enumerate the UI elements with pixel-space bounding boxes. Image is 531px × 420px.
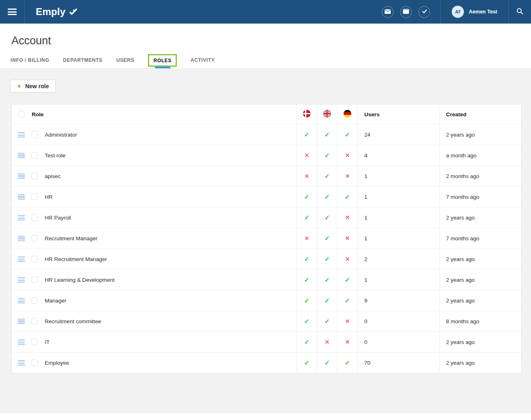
page-header: Account INFO / BILLING DEPARTMENTS USERS…	[0, 24, 531, 69]
check-mark-icon: ✓	[304, 214, 309, 222]
english-enabled-mark: ✓	[317, 353, 337, 373]
german-enabled-mark: ✓	[337, 124, 357, 145]
role-cell: Test role	[12, 145, 296, 165]
tab-roles[interactable]: ROLES	[148, 52, 176, 68]
drag-handle-icon[interactable]	[18, 298, 25, 303]
role-name[interactable]: HR Recruitment Manager	[45, 256, 107, 262]
table-row: IT ✓ ✕ ✕ 0 2 years ago	[12, 331, 521, 352]
select-all-checkbox[interactable]	[18, 111, 24, 118]
table-row: Administrator ✓ ✓ ✓ 24 2 years ago	[12, 124, 521, 145]
drag-handle-icon[interactable]	[18, 339, 25, 345]
row-checkbox[interactable]	[31, 235, 38, 242]
drag-handle-icon[interactable]	[18, 319, 25, 324]
tab-departments[interactable]: DEPARTMENTS	[63, 52, 102, 68]
drag-handle-icon[interactable]	[18, 174, 25, 179]
role-name[interactable]: HR Learning & Development	[45, 277, 115, 283]
german-flag-icon	[344, 110, 351, 119]
roles-table: Role	[11, 104, 522, 373]
check-mark-icon: ✓	[324, 276, 330, 284]
role-name[interactable]: HR Payroll	[45, 215, 71, 221]
user-menu[interactable]: AT Aemen Test	[441, 0, 508, 24]
users-count: 1	[357, 228, 440, 248]
check-mark-icon: ✓	[324, 359, 330, 367]
hamburger-menu-button[interactable]	[0, 0, 25, 24]
german-enabled-mark: ✕	[337, 311, 357, 331]
role-name[interactable]: IT	[45, 339, 50, 345]
row-checkbox[interactable]	[31, 339, 38, 345]
danish-flag-header	[296, 104, 317, 124]
role-name[interactable]: Administrator	[45, 132, 77, 138]
calendar-icon	[403, 8, 409, 15]
row-checkbox[interactable]	[31, 256, 38, 262]
users-count: 4	[357, 145, 440, 165]
row-checkbox[interactable]	[31, 318, 38, 324]
drag-handle-icon[interactable]	[18, 153, 25, 158]
messages-button[interactable]	[382, 6, 394, 18]
danish-enabled-mark: ✕	[296, 145, 317, 165]
calendar-button[interactable]	[400, 6, 412, 18]
row-checkbox[interactable]	[31, 359, 38, 366]
drag-handle-icon[interactable]	[18, 132, 25, 137]
row-checkbox[interactable]	[31, 131, 38, 138]
created-date: 2 years ago	[440, 270, 521, 290]
german-flag-header	[337, 104, 357, 124]
check-mark-icon: ✓	[304, 131, 309, 139]
role-name[interactable]: Recruitment committee	[45, 318, 101, 324]
role-name[interactable]: apisec	[45, 173, 61, 179]
row-checkbox[interactable]	[31, 152, 38, 159]
table-row: Test role ✕ ✓ ✕ 4 a month ago	[12, 145, 521, 165]
english-enabled-mark: ✓	[317, 228, 337, 248]
role-name[interactable]: Test role	[45, 152, 65, 159]
drag-handle-icon[interactable]	[18, 360, 25, 366]
check-mark-icon: ✓	[304, 276, 309, 284]
role-cell: HR Learning & Development	[12, 270, 296, 290]
check-mark-icon: ✓	[324, 193, 330, 201]
drag-handle-icon[interactable]	[18, 194, 25, 200]
cross-mark-icon: ✕	[305, 173, 309, 179]
drag-handle-icon[interactable]	[18, 215, 25, 220]
drag-handle-icon[interactable]	[18, 257, 25, 262]
brand-logo[interactable]: Emply	[36, 6, 78, 17]
check-mark-icon: ✓	[345, 276, 350, 284]
cross-mark-icon: ✕	[345, 339, 350, 345]
role-name[interactable]: HR	[45, 194, 53, 200]
tab-users[interactable]: USERS	[116, 52, 134, 68]
avatar: AT	[452, 6, 464, 18]
table-row: Manager ✓ ✓ ✓ 9 2 years ago	[12, 290, 521, 311]
new-role-button[interactable]: + New role	[10, 80, 56, 93]
role-name[interactable]: Recruitment Manager	[45, 235, 98, 242]
tab-activity[interactable]: ACTIVITY	[191, 52, 215, 68]
english-enabled-mark: ✓	[317, 207, 337, 228]
created-column-header: Created	[440, 104, 521, 124]
role-cell: Manager	[12, 290, 296, 311]
brand-name: Emply	[36, 6, 65, 17]
tab-bar: INFO / BILLING DEPARTMENTS USERS ROLES A…	[0, 52, 531, 69]
table-row: HR Learning & Development ✓ ✓ ✓ 1 2 year…	[12, 269, 521, 290]
table-row: Recruitment Manager ✕ ✓ ✕ 1 7 months ago	[12, 228, 521, 248]
check-mark-icon: ✓	[324, 235, 330, 242]
users-count: 1	[357, 207, 440, 228]
tab-info-billing[interactable]: INFO / BILLING	[11, 52, 49, 68]
drag-handle-icon[interactable]	[18, 236, 25, 241]
role-name[interactable]: Manager	[45, 298, 66, 304]
danish-enabled-mark: ✓	[296, 270, 317, 290]
cross-mark-icon: ✕	[325, 339, 330, 345]
role-cell: Administrator	[12, 124, 296, 145]
check-mark-icon: ✓	[304, 338, 309, 346]
row-checkbox[interactable]	[31, 194, 38, 200]
table-row: apisec ✕ ✓ ✕ 1 2 months ago	[12, 165, 521, 186]
users-count: 0	[357, 311, 440, 331]
tasks-button[interactable]	[418, 6, 430, 18]
drag-handle-icon[interactable]	[18, 277, 25, 283]
created-date: 2 years ago	[440, 207, 521, 228]
table-row: Employee ✓ ✓ ✓ 70 2 years ago	[12, 352, 521, 373]
cross-mark-icon: ✕	[345, 173, 350, 179]
role-name[interactable]: Employee	[45, 360, 69, 366]
danish-enabled-mark: ✓	[296, 249, 317, 269]
row-checkbox[interactable]	[31, 297, 38, 304]
cross-mark-icon: ✕	[345, 318, 350, 324]
search-button[interactable]	[509, 0, 531, 24]
row-checkbox[interactable]	[31, 173, 38, 179]
row-checkbox[interactable]	[31, 214, 38, 221]
row-checkbox[interactable]	[31, 276, 38, 283]
